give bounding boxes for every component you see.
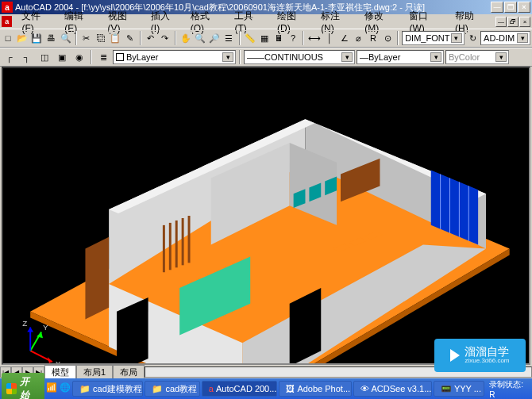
windows-taskbar: 开始 📶 🌐 📁cad建模教程 📁cad教程 aAutoCAD 200... 🖼…	[0, 378, 532, 399]
windows-logo-icon	[6, 383, 17, 394]
svg-text:Z: Z	[22, 319, 27, 328]
area-icon[interactable]: ▦	[258, 30, 271, 46]
3d-model-view[interactable]: X Y Z	[3, 68, 529, 363]
taskbar-item-active[interactable]: aAutoCAD 200...	[202, 381, 278, 397]
dim-diameter-icon[interactable]: ⌀	[353, 30, 365, 46]
print-icon[interactable]: 🖶	[45, 30, 58, 46]
matchprop-icon[interactable]: ✎	[123, 30, 136, 46]
doc-restore-button[interactable]: 🗗	[507, 17, 519, 27]
linetype-combo[interactable]: —— CONTINUOUS	[244, 50, 355, 64]
preview-icon[interactable]: 🔍	[60, 30, 72, 46]
properties-toolbar: ┌ ┐ ◫ ▣ ◉ ≣ ByLayer —— CONTINUOUS — ByLa…	[0, 48, 532, 67]
minimize-button[interactable]: —	[491, 2, 503, 13]
help-icon[interactable]: ?	[287, 30, 299, 46]
layer-tool3-icon[interactable]: ◫	[37, 49, 52, 65]
dim-aligned-icon[interactable]: │	[323, 30, 336, 46]
layer-tool2-icon[interactable]: ┐	[19, 49, 35, 65]
standard-toolbar: □ 📂 💾 🖶 🔍 ✂ ⿻ 📋 ✎ ↶ ↷ ✋ 🔍 🔎 ☰ 📏 ▦ 🖩 ? ⟷ …	[0, 29, 532, 48]
start-button[interactable]: 开始	[2, 373, 44, 399]
layerprops-icon[interactable]: ≣	[95, 49, 111, 65]
tab-layout2[interactable]: 布局	[113, 365, 145, 379]
tab-model[interactable]: 模型	[44, 365, 76, 379]
doc-minimize-button[interactable]: —	[495, 17, 507, 27]
dim-radius-icon[interactable]: R	[367, 30, 380, 46]
dim-angular-icon[interactable]: ∠	[337, 30, 350, 46]
properties-icon[interactable]: ☰	[222, 30, 235, 46]
doc-close-button[interactable]: ×	[519, 17, 530, 27]
menubar: a 文件(F) 编辑(E) 视图(V) 插入(I) 格式(O) 工具(T) 绘图…	[0, 14, 532, 29]
zoom-realtime-icon[interactable]: 🔍	[194, 30, 206, 46]
color-combo[interactable]: ByColor	[445, 50, 509, 64]
layer-tool4-icon[interactable]: ▣	[54, 49, 70, 65]
redo-icon[interactable]: ↷	[159, 30, 172, 46]
zoom-prev-icon[interactable]: 🔎	[208, 30, 221, 46]
watermark-url: zixue.3d66.com	[465, 358, 509, 365]
window-buttons: — 🗖 ×	[491, 2, 530, 13]
taskbar-item[interactable]: 📁cad教程	[145, 381, 199, 397]
tray-clock: 录制状态: R	[489, 379, 527, 399]
dim-style-combo[interactable]: DIM_FONT	[402, 31, 465, 45]
lineweight-combo[interactable]: — ByLayer	[357, 50, 444, 64]
pan-icon[interactable]: ✋	[179, 30, 192, 46]
cut-icon[interactable]: ✂	[80, 30, 93, 46]
quick-launch-icon2[interactable]: 🌐	[60, 382, 71, 395]
taskbar-item[interactable]: 🖼Adobe Phot...	[279, 381, 351, 397]
svg-text:Y: Y	[43, 323, 48, 332]
dim-linear-icon[interactable]: ⟷	[307, 30, 322, 46]
svg-text:X: X	[56, 359, 61, 363]
watermark-title: 溜溜自学	[465, 346, 509, 358]
dim-update-icon[interactable]: ↻	[466, 30, 479, 46]
new-icon[interactable]: □	[2, 30, 14, 46]
copy-icon[interactable]: ⿻	[94, 30, 107, 46]
app-icon-small: a	[2, 16, 12, 27]
calc-icon[interactable]: 🖩	[272, 30, 285, 46]
osnap-icon[interactable]: ◉	[71, 49, 87, 65]
taskbar-item[interactable]: 📟YYY ...	[434, 381, 484, 397]
layer-combo[interactable]: ByLayer	[113, 50, 236, 64]
dim-center-icon[interactable]: ⊙	[381, 30, 394, 46]
taskbar-item[interactable]: 👁ACDSee v3.1...	[353, 381, 432, 397]
paste-icon[interactable]: 📋	[109, 30, 121, 46]
layer-tool1-icon[interactable]: ┌	[2, 49, 17, 65]
dist-icon[interactable]: 📏	[244, 30, 256, 46]
close-button[interactable]: ×	[518, 2, 530, 13]
save-icon[interactable]: 💾	[30, 30, 43, 46]
tab-layout1[interactable]: 布局1	[76, 365, 113, 379]
play-icon	[450, 349, 460, 362]
quick-launch-icon[interactable]: 📶	[46, 382, 58, 395]
app-icon: a	[2, 2, 13, 13]
svg-marker-17	[85, 237, 109, 320]
system-tray[interactable]: 录制状态: R	[486, 379, 530, 399]
undo-icon[interactable]: ↶	[145, 30, 157, 46]
viewport[interactable]: X Y Z	[2, 67, 530, 365]
watermark-overlay: 溜溜自学 zixue.3d66.com	[434, 339, 526, 372]
taskbar-item[interactable]: 📁cad建模教程	[72, 381, 143, 397]
dim-type-combo[interactable]: AD-DIM	[480, 31, 530, 45]
maximize-button[interactable]: 🗖	[504, 2, 517, 13]
open-icon[interactable]: 📂	[16, 30, 29, 46]
